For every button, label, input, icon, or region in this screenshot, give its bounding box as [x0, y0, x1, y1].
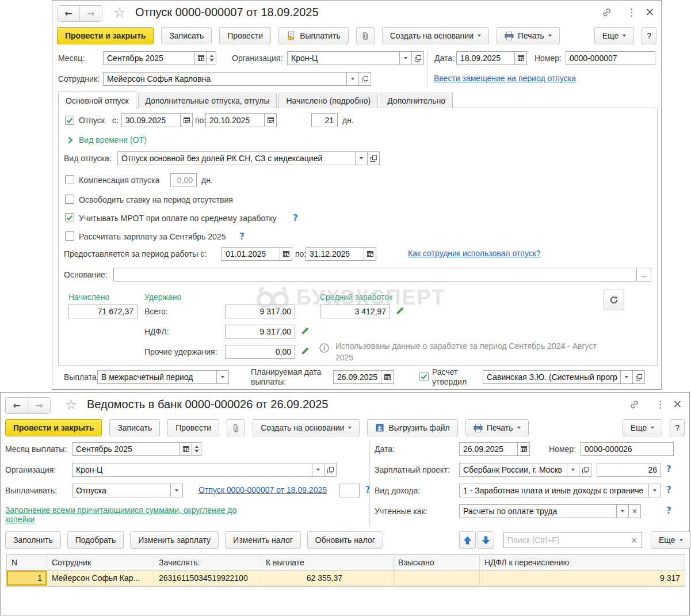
cell-collected[interactable] [394, 571, 480, 585]
tab-main-vacation[interactable]: Основной отпуск [58, 92, 136, 109]
get-link-icon[interactable] [629, 399, 640, 410]
cell-account[interactable]: 26316115034519922100 [154, 571, 261, 585]
open-item-button[interactable] [579, 463, 591, 477]
forward-button[interactable]: → [79, 6, 102, 21]
compensation-checkbox[interactable] [65, 175, 74, 184]
pay-what-input[interactable]: Отпуска [72, 484, 171, 497]
clear-button[interactable]: × [628, 504, 641, 518]
dropdown-button[interactable] [567, 463, 579, 477]
favorite-star-icon[interactable]: ☆ [65, 398, 78, 412]
time-kind-toggle[interactable]: Вид времени (ОТ) [79, 135, 147, 145]
change-tax-button[interactable]: Изменить налог [225, 531, 301, 549]
close-icon[interactable]: × [645, 6, 655, 17]
write-button[interactable]: Записать [109, 419, 160, 436]
basis-select-button[interactable]: ... [636, 268, 651, 282]
release-rate-checkbox[interactable] [65, 195, 74, 204]
pick-button[interactable]: Подобрать [67, 531, 124, 549]
dropdown-button[interactable] [216, 370, 229, 384]
back-button[interactable]: ← [58, 6, 79, 21]
calendar-picker-button[interactable] [514, 51, 527, 65]
cell-row-number[interactable]: 1 [7, 571, 47, 585]
table-more-button[interactable]: Еще [651, 531, 691, 549]
get-link-icon[interactable] [601, 7, 612, 18]
search-clear-icon[interactable]: × [627, 535, 642, 545]
accounted-as-help-icon[interactable]: ? [666, 505, 671, 516]
salary-project-input[interactable]: Сбербанк России, г. Москв [459, 463, 567, 477]
update-tax-button[interactable]: Обновить налог [307, 531, 383, 549]
vacation-document-link[interactable]: Отпуск 0000-000007 от 18.09.2025 [198, 485, 327, 495]
attachments-button[interactable] [227, 419, 245, 436]
vacation-checkbox[interactable] [65, 116, 74, 125]
withheld-total-input[interactable]: 9 317,00 [225, 305, 295, 318]
calendar-picker-button[interactable] [180, 113, 193, 127]
income-kind-help-icon[interactable]: ? [666, 485, 671, 495]
edit-average-pencil-icon[interactable] [396, 306, 404, 317]
more-menu-icon[interactable]: ⋮ [627, 7, 636, 17]
export-file-button[interactable]: Выгрузить файл [367, 419, 457, 436]
month-stepper[interactable] [192, 442, 201, 456]
post-and-close-button[interactable]: Провести и закрыть [57, 27, 154, 44]
post-and-close-button[interactable]: Провести и закрыть [5, 419, 102, 436]
tab-additional[interactable]: Дополнительно [380, 93, 453, 108]
dropdown-button[interactable] [355, 151, 368, 165]
dropdown-button[interactable] [648, 484, 661, 497]
edit-ndfl-pencil-icon[interactable] [301, 326, 310, 337]
doc-extra-input[interactable] [339, 484, 360, 497]
approved-checkbox[interactable] [419, 372, 429, 381]
vacation-from-input[interactable]: 30.09.2025 [121, 113, 181, 127]
open-item-button[interactable] [367, 151, 380, 165]
dropdown-button[interactable] [616, 504, 629, 518]
month-input[interactable]: Сентябрь 2025 [103, 51, 195, 65]
back-button[interactable]: ← [6, 398, 28, 413]
approver-input[interactable]: Савинская З.Ю. (Системный прогр [483, 370, 621, 384]
calc-salary-checkbox[interactable] [65, 231, 74, 241]
post-button[interactable]: Провести [167, 419, 219, 436]
post-button[interactable]: Провести [219, 27, 271, 44]
dropdown-button[interactable] [170, 484, 183, 497]
fill-settings-link[interactable]: Заполнение всеми причитающимися суммами,… [5, 505, 253, 524]
organization-input[interactable]: Крон-Ц [287, 51, 400, 65]
move-down-button[interactable] [478, 531, 494, 549]
project-number-input[interactable]: 26 [597, 463, 661, 477]
edit-other-pencil-icon[interactable] [301, 347, 310, 358]
date-input[interactable]: 26.09.2025 [459, 442, 518, 456]
average-earnings-input[interactable]: 3 412,97 [320, 305, 390, 318]
col-header-to-pay[interactable]: К выплате [261, 555, 394, 570]
dropdown-button[interactable] [620, 370, 633, 384]
more-button[interactable]: Еще [594, 27, 635, 44]
number-input[interactable]: 0000-000007 [566, 51, 655, 65]
print-button[interactable]: Печать [465, 419, 529, 436]
stepper-down-icon[interactable] [207, 58, 216, 65]
vacation-days-input[interactable]: 21 [311, 113, 338, 127]
vacation-kind-input[interactable]: Отпуск основной без долей РК СН, СЗ с ин… [117, 151, 356, 165]
col-header-ndfl[interactable]: НДФЛ к перечислению [480, 555, 685, 570]
stepper-down-icon[interactable] [192, 449, 201, 456]
ndfl-input[interactable]: 9 317,00 [225, 325, 295, 339]
mrot-help-icon[interactable]: ? [293, 213, 298, 223]
print-button[interactable]: Печать [497, 27, 560, 44]
accrued-input[interactable]: 71 672,37 [68, 305, 138, 318]
calendar-picker-button[interactable] [381, 370, 394, 384]
basis-input[interactable] [113, 268, 637, 282]
employee-input[interactable]: Мейерсон Софья Карловна [103, 72, 347, 86]
stepper-up-icon[interactable] [207, 52, 216, 58]
month-stepper[interactable] [207, 51, 216, 65]
help-button[interactable]: ? [670, 419, 685, 436]
calendar-picker-button[interactable] [194, 51, 207, 65]
calendar-picker-button[interactable] [280, 247, 292, 261]
calendar-picker-button[interactable] [180, 442, 192, 456]
create-based-on-button[interactable]: Создать на основании [382, 27, 489, 44]
create-based-on-button[interactable]: Создать на основании [253, 419, 360, 436]
calendar-picker-button[interactable] [264, 113, 277, 127]
calendar-picker-button[interactable] [364, 247, 376, 261]
mrot-checkbox[interactable] [65, 213, 74, 222]
dropdown-button[interactable] [346, 72, 359, 86]
work-to-input[interactable]: 31.12.2025 [306, 247, 364, 261]
expand-chevron-icon[interactable] [67, 136, 73, 144]
calc-salary-help-icon[interactable]: ? [239, 231, 245, 242]
compensation-days-input[interactable]: 0,00 [170, 173, 197, 187]
work-from-input[interactable]: 01.01.2025 [222, 247, 280, 261]
accounted-as-input[interactable]: Расчеты по оплате труда [459, 504, 617, 518]
other-deductions-input[interactable]: 0,00 [225, 345, 295, 359]
col-header-employee[interactable]: Сотрудник [47, 555, 154, 570]
